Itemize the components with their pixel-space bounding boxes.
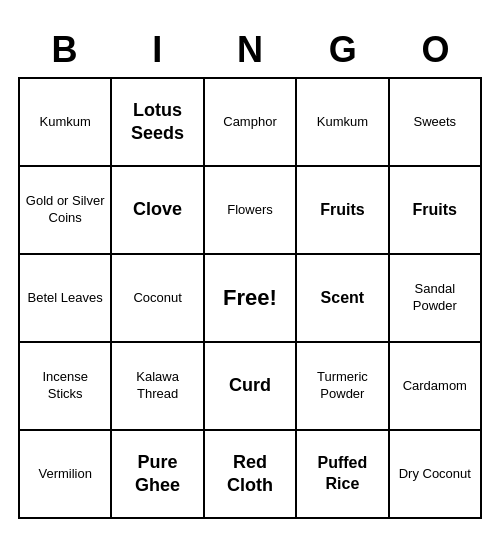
cell-r2-c1: Coconut bbox=[112, 255, 204, 343]
cell-r1-c1: Clove bbox=[112, 167, 204, 255]
cell-r4-c0: Vermilion bbox=[20, 431, 112, 519]
cell-r0-c0: Kumkum bbox=[20, 79, 112, 167]
cell-r4-c2: Red Cloth bbox=[205, 431, 297, 519]
cell-r3-c4: Cardamom bbox=[390, 343, 482, 431]
bingo-grid: KumkumLotus SeedsCamphorKumkumSweetsGold… bbox=[18, 77, 482, 519]
cell-r1-c3: Fruits bbox=[297, 167, 389, 255]
cell-r4-c3: Puffed Rice bbox=[297, 431, 389, 519]
cell-r2-c4: Sandal Powder bbox=[390, 255, 482, 343]
cell-r3-c0: Incense Sticks bbox=[20, 343, 112, 431]
bingo-header: BINGO bbox=[18, 25, 482, 75]
cell-r4-c4: Dry Coconut bbox=[390, 431, 482, 519]
header-letter: I bbox=[111, 25, 204, 75]
cell-r2-c3: Scent bbox=[297, 255, 389, 343]
header-letter: N bbox=[204, 25, 297, 75]
cell-r0-c2: Camphor bbox=[205, 79, 297, 167]
bingo-card: BINGO KumkumLotus SeedsCamphorKumkumSwee… bbox=[10, 17, 490, 527]
cell-r3-c3: Turmeric Powder bbox=[297, 343, 389, 431]
header-letter: O bbox=[389, 25, 482, 75]
cell-r2-c2: Free! bbox=[205, 255, 297, 343]
cell-r0-c3: Kumkum bbox=[297, 79, 389, 167]
cell-r1-c4: Fruits bbox=[390, 167, 482, 255]
cell-r4-c1: Pure Ghee bbox=[112, 431, 204, 519]
header-letter: B bbox=[18, 25, 111, 75]
cell-r0-c1: Lotus Seeds bbox=[112, 79, 204, 167]
cell-r1-c2: Flowers bbox=[205, 167, 297, 255]
cell-r2-c0: Betel Leaves bbox=[20, 255, 112, 343]
cell-r1-c0: Gold or Silver Coins bbox=[20, 167, 112, 255]
cell-r3-c1: Kalawa Thread bbox=[112, 343, 204, 431]
cell-r0-c4: Sweets bbox=[390, 79, 482, 167]
cell-r3-c2: Curd bbox=[205, 343, 297, 431]
header-letter: G bbox=[296, 25, 389, 75]
